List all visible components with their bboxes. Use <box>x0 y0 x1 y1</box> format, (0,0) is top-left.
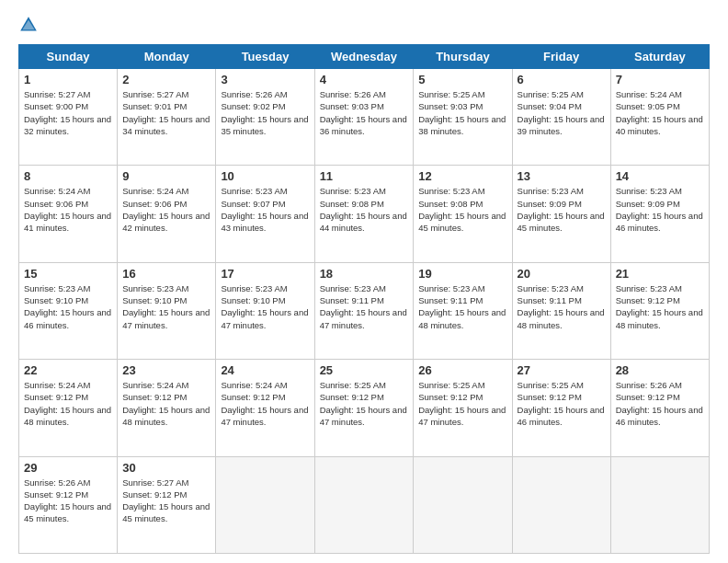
calendar-day: 13Sunrise: 5:23 AMSunset: 9:09 PMDayligh… <box>512 166 610 262</box>
calendar-day: 11Sunrise: 5:23 AMSunset: 9:08 PMDayligh… <box>314 166 414 262</box>
header-tuesday: Tuesday <box>216 45 314 69</box>
calendar-day <box>414 456 512 553</box>
calendar-row: 15Sunrise: 5:23 AMSunset: 9:10 PMDayligh… <box>19 262 710 359</box>
header-thursday: Thursday <box>414 45 512 69</box>
calendar-day: 15Sunrise: 5:23 AMSunset: 9:10 PMDayligh… <box>19 262 118 359</box>
calendar-day: 27Sunrise: 5:25 AMSunset: 9:12 PMDayligh… <box>512 360 610 456</box>
calendar-day: 23Sunrise: 5:24 AMSunset: 9:12 PMDayligh… <box>118 360 216 456</box>
calendar-day: 4Sunrise: 5:26 AMSunset: 9:03 PMDaylight… <box>314 69 414 166</box>
calendar-day: 18Sunrise: 5:23 AMSunset: 9:11 PMDayligh… <box>314 262 414 359</box>
calendar-row: 29Sunrise: 5:26 AMSunset: 9:12 PMDayligh… <box>19 456 710 553</box>
calendar-day: 14Sunrise: 5:23 AMSunset: 9:09 PMDayligh… <box>610 166 709 262</box>
calendar-day: 5Sunrise: 5:25 AMSunset: 9:03 PMDaylight… <box>414 69 512 166</box>
calendar-row: 8Sunrise: 5:24 AMSunset: 9:06 PMDaylight… <box>19 166 710 262</box>
calendar-day: 7Sunrise: 5:24 AMSunset: 9:05 PMDaylight… <box>610 69 709 166</box>
calendar-day: 25Sunrise: 5:25 AMSunset: 9:12 PMDayligh… <box>314 360 414 456</box>
header-friday: Friday <box>512 45 610 69</box>
calendar-day: 16Sunrise: 5:23 AMSunset: 9:10 PMDayligh… <box>118 262 216 359</box>
calendar-day: 20Sunrise: 5:23 AMSunset: 9:11 PMDayligh… <box>512 262 610 359</box>
header-sunday: Sunday <box>19 45 118 69</box>
calendar-day: 1Sunrise: 5:27 AMSunset: 9:00 PMDaylight… <box>19 69 118 166</box>
calendar-day: 29Sunrise: 5:26 AMSunset: 9:12 PMDayligh… <box>19 456 118 553</box>
calendar-day <box>216 456 314 553</box>
calendar-day: 8Sunrise: 5:24 AMSunset: 9:06 PMDaylight… <box>19 166 118 262</box>
page: SundayMondayTuesdayWednesdayThursdayFrid… <box>0 0 728 563</box>
header-saturday: Saturday <box>610 45 709 69</box>
calendar-day: 9Sunrise: 5:24 AMSunset: 9:06 PMDaylight… <box>118 166 216 262</box>
logo-icon <box>18 15 39 35</box>
header <box>18 15 710 35</box>
calendar-day: 3Sunrise: 5:26 AMSunset: 9:02 PMDaylight… <box>216 69 314 166</box>
calendar-day: 17Sunrise: 5:23 AMSunset: 9:10 PMDayligh… <box>216 262 314 359</box>
calendar-day <box>314 456 414 553</box>
calendar-day: 6Sunrise: 5:25 AMSunset: 9:04 PMDaylight… <box>512 69 610 166</box>
calendar-row: 1Sunrise: 5:27 AMSunset: 9:00 PMDaylight… <box>19 69 710 166</box>
calendar-day <box>512 456 610 553</box>
calendar-header-row: SundayMondayTuesdayWednesdayThursdayFrid… <box>19 45 710 69</box>
calendar-day: 21Sunrise: 5:23 AMSunset: 9:12 PMDayligh… <box>610 262 709 359</box>
calendar-day <box>610 456 709 553</box>
calendar-day: 30Sunrise: 5:27 AMSunset: 9:12 PMDayligh… <box>118 456 216 553</box>
header-monday: Monday <box>118 45 216 69</box>
header-wednesday: Wednesday <box>314 45 414 69</box>
calendar-day: 22Sunrise: 5:24 AMSunset: 9:12 PMDayligh… <box>19 360 118 456</box>
calendar-day: 10Sunrise: 5:23 AMSunset: 9:07 PMDayligh… <box>216 166 314 262</box>
calendar-day: 28Sunrise: 5:26 AMSunset: 9:12 PMDayligh… <box>610 360 709 456</box>
logo <box>18 15 42 35</box>
calendar-day: 24Sunrise: 5:24 AMSunset: 9:12 PMDayligh… <box>216 360 314 456</box>
calendar-day: 12Sunrise: 5:23 AMSunset: 9:08 PMDayligh… <box>414 166 512 262</box>
calendar-day: 19Sunrise: 5:23 AMSunset: 9:11 PMDayligh… <box>414 262 512 359</box>
calendar-table: SundayMondayTuesdayWednesdayThursdayFrid… <box>18 44 710 554</box>
calendar-day: 26Sunrise: 5:25 AMSunset: 9:12 PMDayligh… <box>414 360 512 456</box>
calendar-day: 2Sunrise: 5:27 AMSunset: 9:01 PMDaylight… <box>118 69 216 166</box>
calendar-row: 22Sunrise: 5:24 AMSunset: 9:12 PMDayligh… <box>19 360 710 456</box>
